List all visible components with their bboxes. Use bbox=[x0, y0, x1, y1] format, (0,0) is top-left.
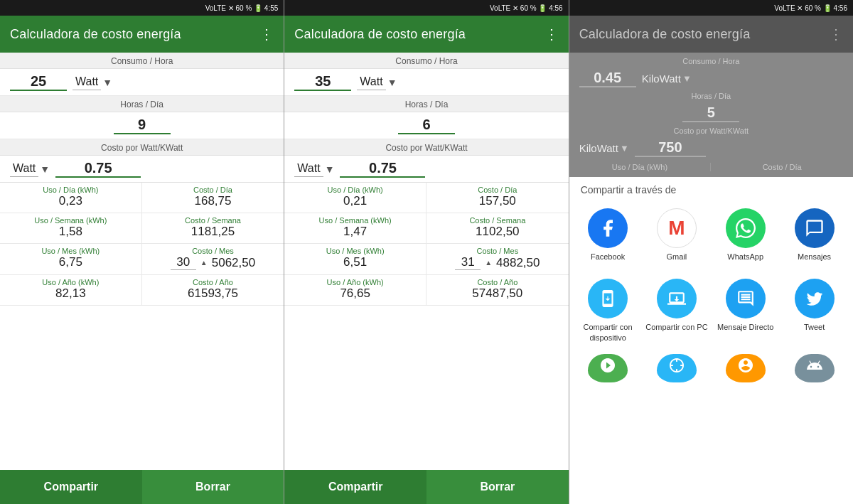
share-tweet[interactable]: Tweet bbox=[783, 279, 846, 343]
costo-mes-row-2: ▲ 4882,50 bbox=[434, 255, 562, 270]
app-header-2: Calculadora de costo energía ⋮ bbox=[284, 16, 568, 53]
gmail-icon: M bbox=[657, 208, 697, 248]
dim-costo-unit-wrapper: KiloWatt ▼ bbox=[579, 142, 629, 154]
app-title-3: Calculadora de costo energía bbox=[579, 27, 751, 42]
menu-dots-3[interactable]: ⋮ bbox=[829, 27, 843, 41]
share-direct-msg[interactable]: Mensaje Directo bbox=[714, 279, 777, 343]
share-device-icon bbox=[588, 279, 628, 318]
result-value-costo-ano-1: 61593,75 bbox=[149, 286, 277, 301]
tweet-icon bbox=[795, 279, 835, 318]
share-app1[interactable] bbox=[576, 354, 640, 382]
consumo-input-row-2: Watt ▼ bbox=[284, 69, 568, 96]
tweet-label: Tweet bbox=[804, 322, 825, 332]
dim-costo-dropdown: ▼ bbox=[620, 143, 629, 154]
share-gmail[interactable]: M Gmail bbox=[645, 208, 708, 262]
result-value-costo-mes-1: 5062,50 bbox=[212, 256, 255, 270]
app3-icon bbox=[726, 354, 766, 382]
share-app3[interactable] bbox=[714, 354, 777, 382]
share-device[interactable]: Compartir con dispositivo bbox=[576, 279, 640, 343]
result-cell-uso-mes-2: Uso / Mes (kWh) 6,51 bbox=[284, 244, 426, 275]
dim-result-uso-dia: Uso / Día (kWh) bbox=[569, 163, 712, 171]
result-value-costo-semana-1: 1181,25 bbox=[149, 225, 277, 239]
share-button-2[interactable]: Compartir bbox=[284, 470, 426, 504]
gmail-label: Gmail bbox=[667, 252, 687, 262]
share-app2[interactable] bbox=[645, 354, 708, 382]
dim-results-row: Uso / Día (kWh) Costo / Día bbox=[569, 160, 853, 174]
result-cell-uso-ano-1: Uso / Año (kWh) 82,13 bbox=[0, 275, 142, 306]
share-pc[interactable]: Compartir con PC bbox=[645, 279, 708, 343]
app-header-1: Calculadora de costo energía ⋮ bbox=[0, 16, 284, 53]
status-text-2: VoLTE ✕ 60 % 🔋 4:56 bbox=[490, 4, 563, 12]
results-grid-1: Uso / Día (kWh) 0,23 Costo / Día 168,75 … bbox=[0, 182, 284, 306]
costo-unit-1[interactable]: Watt bbox=[10, 161, 38, 177]
result-cell-costo-dia-1: Costo / Día 168,75 bbox=[142, 183, 284, 213]
direct-msg-icon bbox=[726, 279, 766, 318]
result-label-costo-mes-1: Costo / Mes bbox=[149, 247, 277, 255]
app4-icon bbox=[795, 354, 835, 382]
direct-msg-label: Mensaje Directo bbox=[717, 322, 773, 332]
share-icons-row3 bbox=[569, 351, 853, 385]
whatsapp-icon bbox=[726, 208, 766, 248]
dim-costo-unit: KiloWatt bbox=[579, 142, 618, 154]
result-label-costo-semana-2: Costo / Semana bbox=[434, 216, 562, 225]
menu-dots-1[interactable]: ⋮ bbox=[259, 27, 274, 41]
costo-mes-row-1: ▲ 5062,50 bbox=[149, 255, 277, 270]
consumo-label-1: Consumo / Hora bbox=[0, 53, 284, 69]
bottom-buttons-1: Compartir Borrar bbox=[0, 470, 284, 504]
share-title: Compartir a través de bbox=[569, 177, 853, 200]
dim-consumo-unit-wrapper: KiloWatt ▼ bbox=[642, 73, 692, 85]
app-content-2: Consumo / Hora Watt ▼ Horas / Día Costo … bbox=[284, 53, 568, 470]
result-cell-uso-ano-2: Uso / Año (kWh) 76,65 bbox=[284, 275, 426, 306]
triangle-icon-2: ▲ bbox=[485, 259, 492, 267]
dim-result-uso-dia-label: Uso / Día (kWh) bbox=[569, 163, 711, 171]
dim-consumo-label: Consumo / Hora bbox=[569, 55, 853, 67]
consumo-value-2[interactable] bbox=[294, 73, 351, 91]
share-facebook[interactable]: Facebook bbox=[576, 208, 640, 262]
result-value-uso-semana-1: 1,58 bbox=[7, 225, 134, 239]
app-title-1: Calculadora de costo energía bbox=[10, 27, 181, 42]
status-bar-3: VoLTE ✕ 60 % 🔋 4:56 bbox=[569, 0, 853, 16]
costo-dropdown-arrow-1: ▼ bbox=[40, 163, 50, 175]
month-days-2[interactable] bbox=[455, 255, 481, 270]
facebook-label: Facebook bbox=[591, 252, 625, 262]
clear-button-2[interactable]: Borrar bbox=[426, 470, 569, 504]
costo-unit-wrapper-1: Watt ▼ bbox=[10, 161, 50, 177]
dim-result-costo-dia-label: Costo / Día bbox=[711, 163, 853, 171]
costo-label-1: Costo por Watt/KWatt bbox=[0, 139, 284, 156]
clear-button-1[interactable]: Borrar bbox=[142, 470, 284, 504]
dim-consumo-value bbox=[579, 70, 636, 87]
screen-3: VoLTE ✕ 60 % 🔋 4:56 Calculadora de costo… bbox=[569, 0, 853, 504]
share-whatsapp[interactable]: WhatsApp bbox=[714, 208, 777, 262]
result-cell-costo-ano-1: Costo / Año 61593,75 bbox=[142, 275, 284, 306]
share-app4[interactable] bbox=[783, 354, 846, 382]
month-row-1: 6,75 bbox=[7, 255, 134, 269]
costo-value-2[interactable] bbox=[340, 160, 425, 178]
result-cell-uso-semana-1: Uso / Semana (kWh) 1,58 bbox=[0, 213, 142, 244]
consumo-value-1[interactable] bbox=[10, 73, 67, 91]
messages-label: Mensajes bbox=[798, 252, 831, 262]
app1-icon bbox=[588, 354, 628, 382]
result-value-costo-ano-2: 57487,50 bbox=[434, 286, 562, 301]
triangle-icon-1: ▲ bbox=[200, 259, 208, 267]
month-days-1[interactable] bbox=[171, 255, 196, 270]
consumo-unit-2[interactable]: Watt bbox=[357, 74, 385, 90]
share-icons-row2: Compartir con dispositivo Compartir con … bbox=[569, 270, 853, 351]
share-device-label: Compartir con dispositivo bbox=[576, 322, 640, 343]
menu-dots-2[interactable]: ⋮ bbox=[544, 27, 559, 41]
consumo-unit-1[interactable]: Watt bbox=[73, 74, 101, 90]
dim-horas-label: Horas / Día bbox=[569, 90, 853, 102]
horas-input-row-2 bbox=[284, 112, 568, 139]
status-bar-1: VoLTE ✕ 60 % 🔋 4:55 bbox=[0, 0, 284, 16]
horas-value-1[interactable] bbox=[114, 117, 171, 134]
share-messages[interactable]: Mensajes bbox=[783, 208, 846, 262]
horas-value-2[interactable] bbox=[398, 117, 455, 134]
app-header-3: Calculadora de costo energía ⋮ bbox=[569, 16, 853, 53]
status-bar-2: VoLTE ✕ 60 % 🔋 4:56 bbox=[284, 0, 568, 16]
costo-unit-2[interactable]: Watt bbox=[294, 161, 323, 177]
result-cell-costo-mes-1: Costo / Mes ▲ 5062,50 bbox=[142, 244, 284, 275]
costo-value-1[interactable] bbox=[55, 160, 141, 178]
share-button-1[interactable]: Compartir bbox=[0, 470, 142, 504]
result-value-costo-dia-1: 168,75 bbox=[149, 194, 277, 208]
dim-horas-row bbox=[569, 102, 853, 125]
horas-label-1: Horas / Día bbox=[0, 96, 284, 112]
